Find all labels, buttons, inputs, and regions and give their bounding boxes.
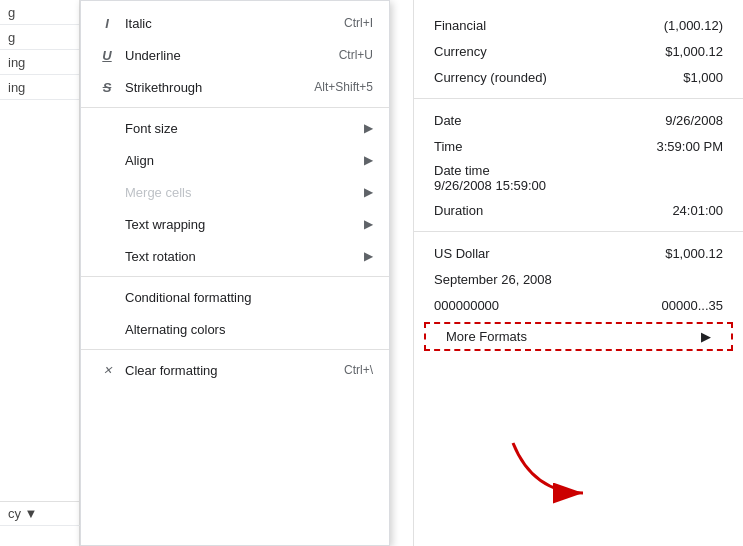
spreadsheet-column: g g ing ing cy ▼	[0, 0, 80, 546]
menu-item-text-wrapping[interactable]: Text wrapping ▶	[81, 208, 389, 240]
text-wrapping-arrow: ▶	[364, 217, 373, 231]
align-label: Align	[125, 153, 356, 168]
financial-value: (1,000.12)	[664, 18, 723, 33]
financial-label: Financial	[434, 18, 486, 33]
currency-rounded-row[interactable]: Currency (rounded) $1,000	[414, 64, 743, 90]
italic-label: Italic	[125, 16, 328, 31]
cell-cy: cy ▼	[0, 501, 80, 526]
duration-value: 24:01:00	[672, 203, 723, 218]
currency-row[interactable]: Currency $1,000.12	[414, 38, 743, 64]
menu-divider-1	[81, 107, 389, 108]
currency-value: $1,000.12	[665, 44, 723, 59]
datetime-value: 9/26/2008 15:59:00	[434, 178, 546, 193]
italic-shortcut: Ctrl+I	[344, 16, 373, 30]
cell-g2: g	[0, 25, 79, 50]
italic-icon: I	[97, 16, 117, 31]
cell-g1: g	[0, 0, 79, 25]
datetime-label: Date time	[434, 163, 490, 178]
menu-item-merge-cells[interactable]: Merge cells ▶	[81, 176, 389, 208]
more-formats-row[interactable]: More Formats ▶	[424, 322, 733, 351]
strikethrough-label: Strikethrough	[125, 80, 298, 95]
clear-formatting-icon: ✕	[97, 364, 117, 377]
usdollar-value: $1,000.12	[665, 246, 723, 261]
menu-item-alternating-colors[interactable]: Alternating colors	[81, 313, 389, 345]
menu-divider-2	[81, 276, 389, 277]
cell-ing1: ing	[0, 50, 79, 75]
usdollar-row[interactable]: US Dollar $1,000.12	[414, 240, 743, 266]
menu-item-align[interactable]: Align ▶	[81, 144, 389, 176]
sept26-row[interactable]: September 26, 2008	[414, 266, 743, 292]
font-size-label: Font size	[125, 121, 356, 136]
divider-2	[414, 231, 743, 232]
more-formats-arrow: ▶	[701, 329, 711, 344]
zeros-label: 000000000	[434, 298, 499, 313]
font-size-arrow: ▶	[364, 121, 373, 135]
underline-icon: U	[97, 48, 117, 63]
currency-label: Currency	[434, 44, 487, 59]
cell-ing2: ing	[0, 75, 79, 100]
menu-item-clear-formatting[interactable]: ✕ Clear formatting Ctrl+\	[81, 354, 389, 386]
menu-item-underline[interactable]: U Underline Ctrl+U	[81, 39, 389, 71]
zeros-row[interactable]: 000000000 00000...35	[414, 292, 743, 318]
merge-cells-arrow: ▶	[364, 185, 373, 199]
financial-row[interactable]: Financial (1,000.12)	[414, 12, 743, 38]
more-formats-label: More Formats	[446, 329, 527, 344]
conditional-formatting-label: Conditional formatting	[125, 290, 373, 305]
underline-shortcut: Ctrl+U	[339, 48, 373, 62]
menu-item-text-rotation[interactable]: Text rotation ▶	[81, 240, 389, 272]
zeros-value: 00000...35	[662, 298, 723, 313]
time-label: Time	[434, 139, 462, 154]
duration-row[interactable]: Duration 24:01:00	[414, 197, 743, 223]
currency-rounded-label: Currency (rounded)	[434, 70, 547, 85]
menu-divider-3	[81, 349, 389, 350]
date-value: 9/26/2008	[665, 113, 723, 128]
time-row[interactable]: Time 3:59:00 PM	[414, 133, 743, 159]
arrow-svg	[493, 433, 613, 513]
text-rotation-arrow: ▶	[364, 249, 373, 263]
usdollar-label: US Dollar	[434, 246, 490, 261]
date-label: Date	[434, 113, 461, 128]
arrow-annotation	[493, 433, 613, 516]
alternating-colors-label: Alternating colors	[125, 322, 373, 337]
clear-formatting-label: Clear formatting	[125, 363, 328, 378]
duration-label: Duration	[434, 203, 483, 218]
text-wrapping-label: Text wrapping	[125, 217, 356, 232]
merge-cells-label: Merge cells	[125, 185, 356, 200]
menu-item-strikethrough[interactable]: S Strikethrough Alt+Shift+5	[81, 71, 389, 103]
underline-label: Underline	[125, 48, 323, 63]
context-menu: I Italic Ctrl+I U Underline Ctrl+U S Str…	[80, 0, 390, 546]
menu-item-italic[interactable]: I Italic Ctrl+I	[81, 7, 389, 39]
divider-1	[414, 98, 743, 99]
text-rotation-label: Text rotation	[125, 249, 356, 264]
currency-rounded-value: $1,000	[683, 70, 723, 85]
align-arrow: ▶	[364, 153, 373, 167]
strikethrough-shortcut: Alt+Shift+5	[314, 80, 373, 94]
sept26-label: September 26, 2008	[434, 272, 552, 287]
clear-formatting-shortcut: Ctrl+\	[344, 363, 373, 377]
strikethrough-icon: S	[97, 80, 117, 95]
time-value: 3:59:00 PM	[657, 139, 724, 154]
datetime-row[interactable]: Date time 9/26/2008 15:59:00	[414, 159, 743, 197]
menu-item-font-size[interactable]: Font size ▶	[81, 112, 389, 144]
menu-item-conditional-formatting[interactable]: Conditional formatting	[81, 281, 389, 313]
date-row[interactable]: Date 9/26/2008	[414, 107, 743, 133]
